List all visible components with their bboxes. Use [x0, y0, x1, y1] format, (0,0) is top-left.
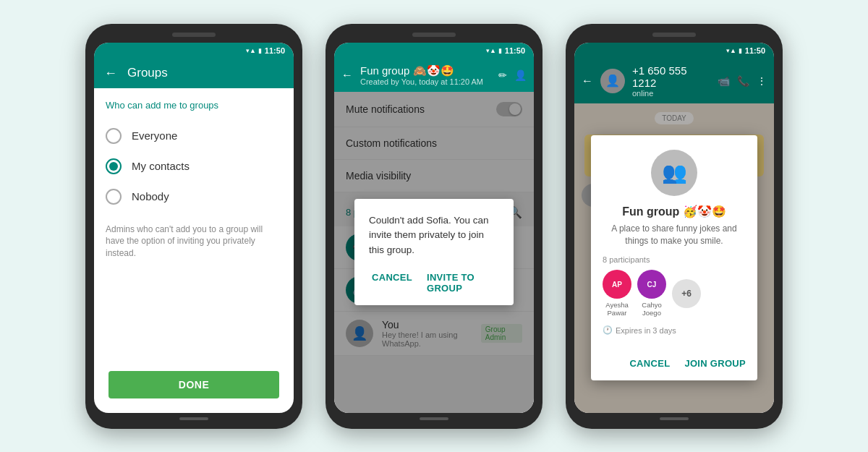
expiry-text: Expires in 3 days: [616, 326, 676, 335]
join-expiry: 🕐 Expires in 3 days: [603, 325, 676, 335]
video-call-icon[interactable]: 📹: [718, 75, 730, 87]
edit-icon[interactable]: ✏: [498, 69, 507, 81]
ayesha-name: AyeshaPawar: [605, 301, 629, 317]
phone-1-header: ← Groups: [94, 59, 294, 88]
done-button[interactable]: DONE: [109, 371, 279, 398]
avatar-ayesha: AP AyeshaPawar: [603, 270, 631, 317]
more-options-icon[interactable]: ⋮: [757, 75, 767, 87]
p3-status-icons: ▾▲ ▮: [726, 47, 742, 54]
wifi-icon: ▾▲: [246, 47, 256, 54]
clock-icon: 🕐: [603, 325, 613, 335]
dialog-cancel-button[interactable]: CANCEL: [369, 269, 415, 297]
radio-everyone[interactable]: Everyone: [106, 121, 282, 151]
battery-icon: ▮: [258, 47, 262, 54]
radio-circle-my-contacts: [106, 158, 122, 174]
phone-2-status-bar: ▾▲ ▮ 11:50: [334, 43, 534, 59]
p2-wifi-icon: ▾▲: [486, 47, 496, 54]
dialog-actions: CANCEL INVITE TO GROUP: [369, 269, 499, 297]
chat-area: TODAY 🔒 Messages to this chat and calls …: [574, 103, 774, 413]
phone-1-speaker: [172, 33, 216, 37]
radio-my-contacts[interactable]: My contacts: [106, 151, 282, 182]
join-cancel-button[interactable]: CANCEL: [626, 355, 673, 372]
join-dialog-overlay: 👥 Fun group 🥳🤡🤩 A place to share funny j…: [574, 103, 774, 413]
p3-contact-name: +1 650 555 1212: [632, 64, 710, 89]
p2-battery-icon: ▮: [498, 47, 502, 54]
p3-header-icons: 📹 📞 ⋮: [718, 75, 767, 87]
add-failed-dialog: Couldn't add Sofia. You can invite them …: [354, 199, 514, 305]
radio-circle-everyone: [106, 128, 122, 144]
join-group-dialog: 👥 Fun group 🥳🤡🤩 A place to share funny j…: [591, 135, 757, 381]
join-avatars-row: AP AyeshaPawar CJ CahyoJoego +6: [603, 270, 701, 317]
call-icon[interactable]: 📞: [737, 75, 749, 87]
phone-2: ▾▲ ▮ 11:50 ← Fun group 🙈🤡🤩 Created by Yo…: [326, 24, 542, 429]
phone-2-screen: ▾▲ ▮ 11:50 ← Fun group 🙈🤡🤩 Created by Yo…: [334, 43, 534, 413]
avatar-cahyo: CJ CahyoJoego: [637, 270, 666, 317]
radio-label-my-contacts: My contacts: [132, 160, 190, 172]
radio-nobody[interactable]: Nobody: [106, 182, 282, 212]
phone-3: ▾▲ ▮ 11:50 ← 👤 +1 650 555 1212 online 📹 …: [566, 24, 783, 429]
ayesha-avatar: AP: [603, 270, 631, 299]
p2-group-subtitle: Created by You, today at 11:20 AM: [360, 77, 491, 86]
join-group-button[interactable]: JOIN GROUP: [681, 355, 749, 372]
p3-contact-avatar: 👤: [600, 69, 625, 93]
p2-group-title: Fun group 🙈🤡🤩: [360, 64, 491, 77]
join-group-name: Fun group 🥳🤡🤩: [622, 205, 726, 218]
p3-contact-status: online: [632, 89, 710, 98]
p3-status-time: 11:50: [745, 46, 765, 55]
phone-2-speaker: [412, 33, 456, 37]
radio-inner-my-contacts: [109, 162, 118, 171]
more-avatar: +6: [672, 279, 701, 308]
join-participants-count: 8 participants: [603, 255, 650, 264]
phone-1-screen: ▾▲ ▮ 11:50 ← Groups Who can add me to gr…: [94, 43, 294, 413]
phone-3-status-bar: ▾▲ ▮ 11:50: [574, 43, 774, 59]
radio-label-everyone: Everyone: [132, 129, 177, 142]
cahyo-name: CahyoJoego: [642, 301, 661, 317]
dialog-invite-button[interactable]: INVITE TO GROUP: [424, 269, 499, 297]
status-time: 11:50: [265, 46, 285, 55]
phone-3-speaker: [652, 33, 696, 37]
join-group-desc: A place to share funny jokes and things …: [603, 223, 746, 247]
phone-2-header: ← Fun group 🙈🤡🤩 Created by You, today at…: [334, 59, 534, 92]
phone-3-home-bar: [660, 417, 689, 420]
status-icons: ▾▲ ▮: [246, 47, 262, 54]
p3-header-info: +1 650 555 1212 online: [632, 64, 710, 98]
p3-wifi-icon: ▾▲: [726, 47, 736, 54]
back-button[interactable]: ←: [104, 66, 117, 81]
radio-label-nobody: Nobody: [132, 190, 169, 202]
phone-3-header: ← 👤 +1 650 555 1212 online 📹 📞 ⋮: [574, 59, 774, 103]
p2-back-button[interactable]: ←: [341, 69, 353, 82]
phone-1-content: Who can add me to groups Everyone My con…: [94, 88, 294, 371]
phone-2-content: Mute notifications Custom notifications …: [334, 92, 534, 413]
phone-1: ▾▲ ▮ 11:50 ← Groups Who can add me to gr…: [85, 24, 302, 429]
p2-header-icons: ✏ 👤: [498, 69, 527, 81]
join-dialog-actions: CANCEL JOIN GROUP: [591, 349, 757, 380]
p2-status-icons: ▾▲ ▮: [486, 47, 502, 54]
phone-2-home-bar: [420, 417, 448, 420]
p2-status-time: 11:50: [505, 46, 525, 55]
dialog-overlay: Couldn't add Sofia. You can invite them …: [334, 92, 534, 413]
p3-battery-icon: ▮: [739, 47, 742, 54]
dialog-message: Couldn't add Sofia. You can invite them …: [369, 213, 499, 257]
p2-header-info: Fun group 🙈🤡🤩 Created by You, today at 1…: [360, 64, 491, 86]
section-label: Who can add me to groups: [106, 100, 282, 111]
phones-container: ▾▲ ▮ 11:50 ← Groups Who can add me to gr…: [71, 9, 797, 443]
page-title: Groups: [127, 66, 168, 80]
avatar-more: +6: [672, 279, 701, 308]
p3-back-button[interactable]: ←: [582, 74, 593, 88]
join-dialog-body: 👥 Fun group 🥳🤡🤩 A place to share funny j…: [591, 135, 757, 350]
privacy-note: Admins who can't add you to a group will…: [106, 223, 282, 260]
phone-3-screen: ▾▲ ▮ 11:50 ← 👤 +1 650 555 1212 online 📹 …: [574, 43, 774, 413]
join-group-avatar: 👥: [651, 150, 697, 196]
phone-1-home-bar: [179, 417, 208, 420]
radio-circle-nobody: [106, 189, 122, 205]
cahyo-avatar: CJ: [637, 270, 666, 299]
person-icon[interactable]: 👤: [514, 69, 527, 81]
phone-1-status-bar: ▾▲ ▮ 11:50: [94, 43, 294, 59]
